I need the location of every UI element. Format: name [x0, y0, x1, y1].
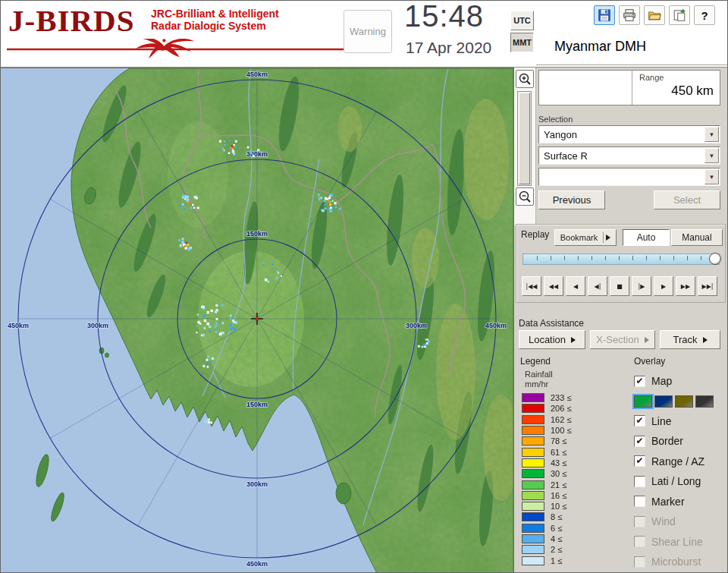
range-label: Range — [639, 73, 664, 82]
open-folder-button[interactable] — [644, 5, 665, 25]
xsection-button-label: X-Section — [596, 334, 639, 345]
overlay-item-shear-line[interactable]: Shear Line — [634, 532, 726, 553]
menu-arrow-icon — [703, 337, 708, 343]
chevron-down-icon[interactable]: ▼ — [704, 148, 719, 163]
replay-transport-button-6[interactable]: |▶ — [632, 276, 651, 296]
option-combo[interactable]: ▼ — [538, 168, 720, 186]
radar-map[interactable]: 150km150km300km300km300km300km450km450km… — [1, 68, 513, 573]
zoom-in-button[interactable] — [516, 70, 534, 88]
overlay-item-border[interactable]: ✔Border — [634, 431, 726, 452]
overlay-item-lati-long[interactable]: Lati / Long — [634, 471, 726, 492]
chevron-down-icon[interactable]: ▼ — [704, 169, 719, 184]
manual-button[interactable]: Manual — [671, 229, 723, 246]
print-button[interactable] — [619, 5, 640, 25]
legend-threshold-value: 2 ≤ — [551, 545, 562, 554]
legend-threshold-value: 6 ≤ — [551, 524, 562, 533]
replay-transport-button-3[interactable]: ◀ — [566, 276, 585, 296]
legend-threshold-value: 162 ≤ — [551, 415, 571, 424]
replay-transport-button-5[interactable]: ■ — [610, 276, 629, 296]
eagle-logo-graphic — [5, 39, 354, 66]
button-divider — [603, 232, 604, 243]
legend-row: 10 ≤ — [522, 501, 620, 512]
overlay-item-marker[interactable]: Marker — [634, 492, 726, 512]
zoom-out-button[interactable] — [516, 187, 534, 206]
replay-transport-controls: |◀◀◀◀◀◀|■|▶▶▶▶▶▶| — [522, 276, 717, 296]
bookmark-button[interactable]: Bookmark — [554, 229, 617, 246]
checkbox-marker[interactable] — [634, 496, 645, 507]
mmt-button[interactable]: MMT — [510, 33, 534, 52]
checkbox-range-az[interactable]: ✔ — [634, 455, 645, 467]
replay-transport-button-8[interactable]: ▶▶ — [676, 276, 695, 296]
overlay-options: ✔Map✔Line✔Border✔Range / AZLati / LongMa… — [634, 371, 726, 572]
ring-distance-label: 150km — [246, 230, 268, 238]
checkbox-border[interactable]: ✔ — [634, 436, 645, 447]
location-button[interactable]: Location — [519, 330, 585, 349]
legend-color-swatch — [522, 458, 544, 468]
map-style-swatch-3[interactable] — [675, 395, 693, 408]
checkbox-map[interactable]: ✔ — [634, 376, 645, 387]
map-style-swatch-1[interactable] — [634, 395, 652, 408]
legend-threshold-value: 16 ≤ — [551, 491, 566, 500]
legend-color-swatch — [522, 534, 544, 543]
slider-tick — [551, 256, 551, 260]
overlay-item-wind[interactable]: Wind — [634, 512, 726, 532]
legend-row: 21 ≤ — [522, 479, 620, 490]
export-icon — [673, 8, 686, 22]
warning-button[interactable]: Warning — [344, 10, 392, 53]
legend-color-swatch — [522, 556, 544, 565]
replay-transport-button-2[interactable]: ◀◀ — [544, 276, 563, 296]
xsection-button[interactable]: X-Section — [590, 330, 655, 349]
legend-unit-line2: mm/hr — [525, 379, 548, 389]
save-icon — [598, 8, 611, 22]
replay-transport-button-7[interactable]: ▶ — [654, 276, 673, 296]
app-tagline: JRC-Brilliant & Intelligent Radar Dialog… — [151, 8, 279, 32]
legend-color-swatch — [522, 415, 544, 424]
legend-threshold-value: 1 ≤ — [551, 556, 562, 565]
legend-unit-line1: Rainfall — [525, 370, 553, 379]
replay-transport-button-9[interactable]: ▶▶| — [698, 276, 717, 296]
checkbox-wind[interactable] — [634, 516, 645, 527]
legend-row: 206 ≤ — [522, 403, 620, 414]
overlay-item-map[interactable]: ✔Map — [634, 371, 726, 392]
track-button-label: Track — [673, 334, 697, 345]
checkbox-shear-line[interactable] — [634, 536, 645, 547]
range-divider — [632, 71, 632, 105]
chevron-down-icon[interactable]: ▼ — [704, 127, 719, 142]
legend-color-swatch — [522, 524, 544, 533]
help-icon: ? — [701, 9, 708, 22]
scrollbar-thumb[interactable] — [519, 93, 530, 184]
product-combo[interactable]: Surface R ▼ — [538, 146, 720, 165]
checkbox-microburst[interactable] — [634, 556, 645, 568]
replay-timeline-slider[interactable] — [522, 253, 720, 265]
legend-row: 233 ≤ — [522, 392, 620, 403]
overlay-item-label: Shear Line — [651, 536, 703, 548]
overlay-item-range-az[interactable]: ✔Range / AZ — [634, 452, 726, 472]
map-style-swatch-4[interactable] — [695, 395, 714, 408]
map-scrollbar[interactable] — [517, 91, 532, 186]
track-button[interactable]: Track — [660, 330, 720, 349]
site-combo[interactable]: Yangon ▼ — [538, 125, 720, 143]
replay-transport-button-1[interactable]: |◀◀ — [522, 276, 541, 296]
map-style-swatch-2[interactable] — [654, 395, 673, 408]
slider-handle[interactable] — [709, 253, 721, 265]
jbirds-application: J-BIRDS JRC-Brilliant & Intelligent Rada… — [0, 0, 728, 573]
legend-row: 162 ≤ — [522, 414, 620, 425]
replay-transport-button-4[interactable]: ◀| — [588, 276, 607, 296]
ring-distance-label: 450km — [485, 322, 507, 329]
radar-map-area[interactable]: 150km150km300km300km300km300km450km450km… — [1, 68, 513, 573]
save-button[interactable] — [594, 5, 615, 25]
utc-button[interactable]: UTC — [510, 11, 534, 30]
help-button[interactable]: ? — [694, 5, 715, 25]
legend-color-swatch — [522, 436, 544, 445]
legend-threshold-value: 10 ≤ — [551, 502, 566, 511]
auto-button[interactable]: Auto — [623, 229, 670, 246]
previous-button[interactable]: Previous — [538, 190, 605, 209]
export-button[interactable] — [669, 5, 690, 25]
overlay-item-label: Lati / Long — [651, 475, 701, 487]
overlay-item-microburst[interactable]: Microburst — [634, 552, 726, 572]
overlay-item-line[interactable]: ✔Line — [634, 411, 726, 432]
checkbox-lati-long[interactable] — [634, 476, 645, 487]
checkbox-line[interactable]: ✔ — [634, 415, 645, 427]
range-value: 450 km — [671, 83, 714, 99]
select-button[interactable]: Select — [654, 190, 720, 209]
